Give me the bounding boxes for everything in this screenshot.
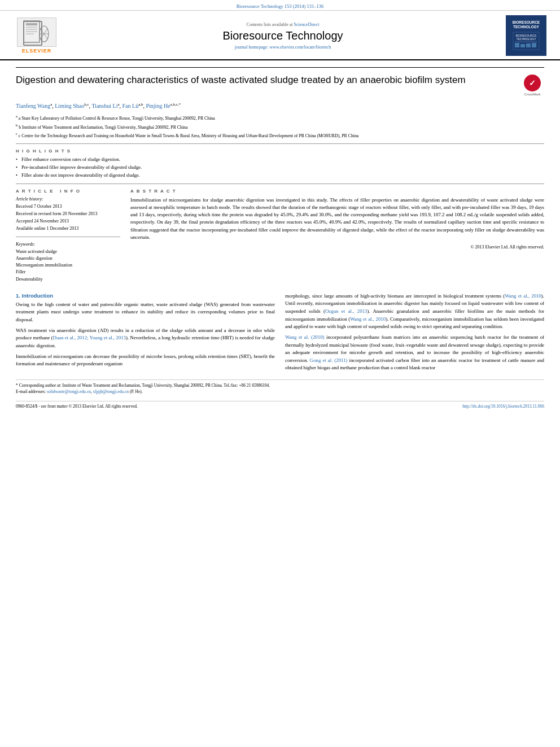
intro-title: 1. Introduction: [16, 292, 275, 299]
keyword-1: Waste activated sludge: [16, 248, 120, 255]
body-right-col: morphology, since large amounts of high-…: [285, 292, 544, 375]
svg-text:TECHNOLOGY: TECHNOLOGY: [516, 37, 536, 41]
body-left-col: 1. Introduction Owing to the high conten…: [16, 292, 275, 375]
highlight-item-2: Pre-incubated filler improve dewaterabil…: [16, 164, 544, 171]
elsevier-text: ELSEVIER: [22, 48, 52, 54]
journal-center: Contents lists available at ScienceDirec…: [62, 22, 504, 50]
keyword-2: Anaerobic digestion: [16, 255, 120, 261]
keyword-5: Dewaterability: [16, 276, 120, 282]
article-history: Article history: Received 7 October 2013…: [16, 196, 120, 232]
svg-rect-3: [26, 29, 37, 30]
affiliation-a: a a State Key Laboratory of Pollution Co…: [16, 113, 544, 121]
date-revised: Received in revised form 20 November 201…: [16, 211, 120, 217]
logo-title: BIORESOURCE TECHNOLOGY: [508, 20, 544, 30]
highlight-item-1: Filler enhance conversion rates of sludg…: [16, 156, 544, 163]
corresponding-author-note: * Corresponding author at: Institute of …: [16, 382, 544, 388]
date-online: Available online 1 December 2013: [16, 225, 120, 232]
info-abstract-columns: A R T I C L E I N F O Article history: R…: [16, 189, 544, 287]
body-content: 1. Introduction Owing to the high conten…: [16, 292, 544, 375]
journal-header: ELSEVIER Contents lists available at Sci…: [0, 11, 560, 60]
svg-rect-17: [532, 43, 536, 47]
divider-1: [16, 143, 544, 144]
abstract-column: A B S T R A C T Immobilization of microo…: [130, 189, 544, 287]
svg-rect-2: [26, 27, 37, 28]
journal-reference: Bioresource Technology 153 (2014) 131–13…: [0, 0, 560, 11]
history-label: Article history:: [16, 196, 120, 202]
journal-homepage: journal homepage: www.elsevier.com/locat…: [73, 45, 492, 50]
crossmark-badge[interactable]: ✓ CrossMark: [520, 73, 544, 97]
svg-rect-0: [24, 21, 40, 42]
keywords-group: Keywords: Waste activated sludge Anaerob…: [16, 242, 120, 282]
intro-para-3: Immobilization of microorganism can decr…: [16, 353, 275, 368]
article-info-label: A R T I C L E I N F O: [16, 189, 120, 194]
body-right-para-1: morphology, since large amounts of high-…: [285, 292, 544, 331]
affiliations: a a State Key Laboratory of Pollution Co…: [16, 113, 544, 139]
date-accepted: Accepted 24 November 2013: [16, 218, 120, 225]
intro-para-1: Owing to the high content of water and p…: [16, 301, 275, 324]
svg-rect-15: [520, 44, 525, 47]
crossmark-label: CrossMark: [524, 93, 540, 96]
article-info-column: A R T I C L E I N F O Article history: R…: [16, 189, 120, 287]
article-title: Digestion and dewatering characteristics…: [16, 73, 520, 87]
svg-rect-14: [515, 43, 519, 47]
body-columns: 1. Introduction Owing to the high conten…: [16, 292, 544, 375]
highlight-item-3: Filler alone do not improve dewaterabili…: [16, 172, 544, 179]
svg-rect-4: [26, 31, 37, 32]
svg-rect-1: [26, 23, 37, 25]
highlights-section: H I G H L I G H T S Filler enhance conve…: [16, 148, 544, 179]
bottom-bar: 0960-8524/$ - see front matter © 2013 El…: [16, 401, 544, 409]
abstract-label: A B S T R A C T: [130, 189, 544, 194]
journal-logo-right: BIORESOURCE TECHNOLOGY BIORESOURCE TECHN…: [504, 15, 549, 56]
authors-line: Tianfeng Wanga, Liming Shaob,c, Tianshui…: [16, 102, 544, 111]
body-right-para-2: Wang et al. (2010) incorporated polyuret…: [285, 334, 544, 372]
keyword-4: Filler: [16, 269, 120, 275]
elsevier-logo: ELSEVIER: [11, 18, 62, 54]
affiliation-b: b b Institute of Waste Treatment and Rec…: [16, 123, 544, 130]
author-tianfeng: Tianfeng Wanga, Liming Shaob,c, Tianshui…: [16, 103, 181, 109]
elsevier-logo-image: [17, 18, 56, 47]
email-note: E-mail addresses: solidwaste@tongji.edu.…: [16, 388, 544, 395]
bioresource-logo-box: BIORESOURCE TECHNOLOGY BIORESOURCE TECHN…: [506, 15, 546, 56]
keywords-label: Keywords:: [16, 242, 120, 247]
footnotes: * Corresponding author at: Institute of …: [16, 379, 544, 395]
date-received: Received 7 October 2013: [16, 203, 120, 210]
svg-rect-5: [26, 33, 34, 34]
affiliation-c: c c Centre for the Technology Research a…: [16, 131, 544, 139]
sciencedirect-line: Contents lists available at ScienceDirec…: [73, 22, 492, 27]
issn-text: 0960-8524/$ - see front matter © 2013 El…: [16, 404, 138, 409]
abstract-text: Immobilization of microorganisms for slu…: [130, 196, 544, 241]
intro-para-2: WAS treatment via anaerobic digestion (A…: [16, 327, 275, 350]
article-title-section: Digestion and dewatering characteristics…: [16, 67, 544, 97]
svg-rect-16: [526, 43, 531, 47]
divider-keywords: [16, 237, 120, 237]
doi-link[interactable]: http://dx.doi.org/10.1016/j.biortech.201…: [462, 404, 544, 409]
copyright-line: © 2013 Elsevier Ltd. All rights reserved…: [130, 244, 544, 250]
journal-title: Bioresource Technology: [73, 29, 492, 42]
main-content: Digestion and dewatering characteristics…: [0, 60, 560, 414]
page: Bioresource Technology 153 (2014) 131–13…: [0, 0, 560, 747]
highlights-list: Filler enhance conversion rates of sludg…: [16, 156, 544, 179]
keyword-3: Microorganism immobilization: [16, 262, 120, 268]
abstract-section: A B S T R A C T Immobilization of microo…: [130, 189, 544, 250]
divider-2: [16, 184, 544, 184]
sciencedirect-link[interactable]: ScienceDirect: [294, 22, 320, 27]
crossmark-icon: ✓: [524, 75, 541, 91]
highlights-label: H I G H L I G H T S: [16, 148, 544, 154]
